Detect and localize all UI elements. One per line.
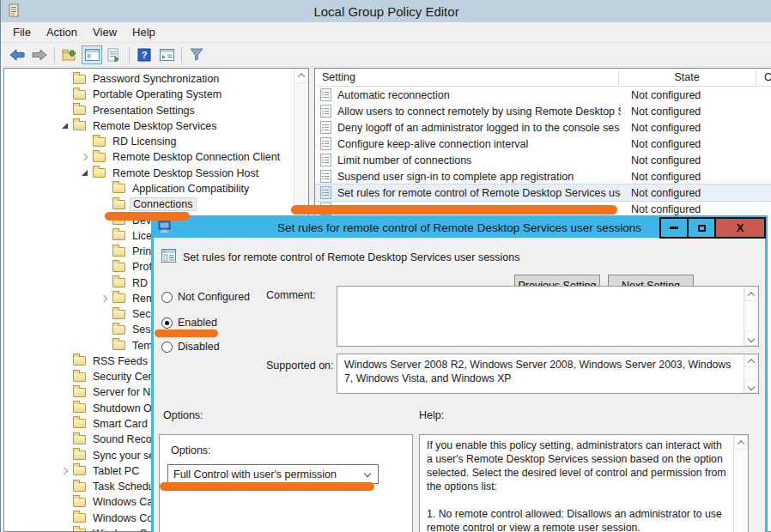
- setting-name: Allow users to connect remotely by using…: [337, 106, 621, 118]
- expander-icon[interactable]: [61, 122, 70, 130]
- column-divider[interactable]: [756, 70, 756, 85]
- radio-icon[interactable]: [161, 292, 173, 303]
- scroll-up-button[interactable]: [744, 354, 758, 367]
- expander-icon[interactable]: [100, 200, 109, 209]
- expander-icon[interactable]: [61, 482, 70, 491]
- expander-icon[interactable]: [100, 310, 109, 318]
- chevron-down-icon: [748, 335, 755, 342]
- help-scrollbar[interactable]: [733, 435, 748, 532]
- radio-icon[interactable]: [161, 317, 173, 329]
- expander-icon[interactable]: [81, 169, 89, 178]
- help-icon[interactable]: ?: [134, 45, 155, 64]
- scroll-down-button[interactable]: [744, 380, 758, 393]
- scroll-down-button[interactable]: [744, 331, 758, 346]
- column-comment[interactable]: Comment: [764, 71, 771, 83]
- minimize-button[interactable]: [659, 217, 689, 239]
- expander-icon[interactable]: [81, 153, 89, 161]
- tree-item[interactable]: Remote Desktop Connection Client: [4, 149, 294, 165]
- expander-icon[interactable]: [61, 388, 70, 396]
- expander-icon[interactable]: [61, 90, 70, 99]
- expander-icon[interactable]: [100, 325, 109, 334]
- export-list-icon[interactable]: [104, 45, 124, 64]
- menu-view[interactable]: View: [85, 24, 124, 40]
- setting-name: Limit number of connections: [337, 154, 471, 166]
- expander-icon[interactable]: [100, 294, 109, 303]
- folder-icon: [93, 153, 106, 162]
- expander-icon[interactable]: [61, 467, 70, 475]
- expander-icon[interactable]: [61, 451, 70, 460]
- back-icon[interactable]: [7, 45, 27, 64]
- column-setting[interactable]: Setting: [322, 71, 355, 83]
- tree-item[interactable]: Remote Desktop Services: [4, 118, 294, 134]
- menu-file[interactable]: File: [5, 24, 39, 40]
- setting-row[interactable]: Deny logoff of an administrator logged i…: [315, 119, 771, 136]
- folder-icon: [73, 388, 86, 397]
- supported-on-value: Windows Server 2008 R2, Windows Server 2…: [344, 358, 739, 385]
- radio-option[interactable]: Not Configured: [161, 291, 250, 303]
- tree-item[interactable]: Presentation Settings: [4, 103, 294, 118]
- open-folder-icon[interactable]: [59, 45, 80, 64]
- tree-item[interactable]: Portable Operating System: [4, 87, 294, 102]
- tree-item[interactable]: Connections: [4, 196, 294, 212]
- expander-icon[interactable]: [100, 247, 109, 256]
- dropdown-value: Full Control with user's permission: [173, 469, 337, 481]
- expander-icon[interactable]: [61, 357, 70, 366]
- maximize-button[interactable]: [687, 217, 716, 239]
- expander-icon[interactable]: [100, 184, 109, 193]
- folder-icon: [112, 247, 125, 257]
- control-level-dropdown[interactable]: Full Control with user's permission: [167, 464, 379, 484]
- expander-icon[interactable]: [61, 106, 70, 115]
- column-state[interactable]: State: [618, 71, 756, 83]
- close-button[interactable]: X: [714, 217, 766, 239]
- expander-icon[interactable]: [61, 372, 70, 381]
- expander-icon[interactable]: [61, 420, 70, 428]
- comment-scrollbar[interactable]: [744, 287, 758, 346]
- expander-icon[interactable]: [61, 498, 70, 506]
- tree-item[interactable]: Application Compatibility: [4, 181, 294, 196]
- tree-item[interactable]: Remote Desktop Session Host: [4, 166, 294, 181]
- filter-icon[interactable]: [186, 45, 207, 64]
- dropdown-highlight-annotation: [160, 482, 374, 491]
- expander-icon[interactable]: [61, 514, 70, 523]
- comment-textarea[interactable]: [337, 286, 759, 347]
- column-divider[interactable]: [618, 70, 619, 85]
- scroll-up-button[interactable]: [734, 435, 748, 450]
- setting-state: Not configured: [631, 138, 701, 150]
- scroll-up-button[interactable]: [294, 69, 308, 83]
- setting-row[interactable]: Limit number of connections Not configur…: [315, 152, 771, 168]
- supported-scrollbar[interactable]: [744, 354, 758, 393]
- expander-icon[interactable]: [100, 263, 109, 271]
- tree-item[interactable]: RD Licensing: [4, 134, 294, 149]
- folder-icon: [112, 341, 125, 350]
- console-tree-icon[interactable]: [82, 45, 102, 64]
- setting-row[interactable]: Configure keep-alive connection interval…: [315, 136, 771, 152]
- supported-on-label: Supported on:: [266, 360, 334, 372]
- folder-icon: [73, 403, 86, 413]
- tree-item[interactable]: Password Synchronization: [4, 71, 294, 87]
- setting-row[interactable]: Suspend user sign-in to complete app reg…: [315, 168, 771, 184]
- expander-icon[interactable]: [61, 404, 70, 413]
- show-window-icon[interactable]: [156, 45, 177, 64]
- folder-icon: [93, 168, 106, 178]
- chevron-down-icon: [364, 470, 371, 477]
- expander-icon[interactable]: [100, 232, 109, 240]
- folder-icon: [112, 184, 125, 193]
- setting-name: Set rules for remote control of Remote D…: [337, 187, 621, 199]
- expander-icon[interactable]: [81, 137, 89, 146]
- expander-icon[interactable]: [100, 342, 109, 350]
- minimize-icon: [670, 227, 678, 229]
- expander-icon[interactable]: [61, 75, 70, 83]
- radio-icon[interactable]: [161, 342, 173, 353]
- menu-help[interactable]: Help: [124, 24, 163, 40]
- setting-row[interactable]: Set rules for remote control of Remote D…: [315, 184, 771, 201]
- radio-option[interactable]: Disabled: [161, 341, 220, 353]
- expander-icon[interactable]: [61, 435, 70, 444]
- expander-icon[interactable]: [100, 279, 109, 287]
- forward-icon[interactable]: [29, 45, 50, 64]
- dialog-titlebar[interactable]: Set rules for remote control of Remote D…: [154, 218, 765, 238]
- radio-option[interactable]: Enabled: [161, 317, 217, 329]
- menu-action[interactable]: Action: [39, 24, 85, 40]
- setting-row[interactable]: Allow users to connect remotely by using…: [315, 103, 771, 119]
- setting-row[interactable]: Automatic reconnection Not configured: [315, 87, 771, 103]
- scroll-up-button[interactable]: [744, 287, 758, 301]
